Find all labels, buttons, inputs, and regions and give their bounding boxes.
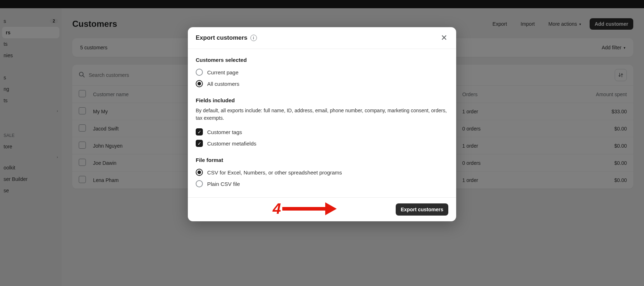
- info-icon[interactable]: i: [250, 35, 257, 41]
- close-icon[interactable]: ✕: [440, 34, 448, 42]
- radio-csv-excel[interactable]: CSV for Excel, Numbers, or other spreads…: [196, 167, 448, 178]
- export-customers-modal: Export customers i ✕ Customers selected …: [188, 27, 456, 221]
- export-customers-confirm-button[interactable]: Export customers: [396, 203, 448, 216]
- checkbox-customer-tags[interactable]: ✓ Customer tags: [196, 126, 448, 138]
- checkbox-label: Customer tags: [207, 129, 242, 135]
- fields-description: By default, all exports include: full na…: [196, 107, 448, 122]
- modal-title: Export customers: [196, 34, 248, 41]
- checkbox-icon: ✓: [196, 128, 203, 135]
- checkbox-customer-metafields[interactable]: ✓ Customer metafields: [196, 138, 448, 149]
- radio-plain-csv[interactable]: Plain CSV file: [196, 178, 448, 189]
- section-label-format: File format: [196, 157, 448, 163]
- radio-icon: [196, 180, 203, 187]
- radio-icon: [196, 80, 203, 87]
- modal-overlay[interactable]: Export customers i ✕ Customers selected …: [0, 0, 644, 286]
- radio-icon: [196, 69, 203, 76]
- radio-current-page[interactable]: Current page: [196, 66, 448, 78]
- section-label-fields: Fields included: [196, 97, 448, 103]
- radio-icon: [196, 169, 203, 176]
- checkbox-label: Customer metafields: [207, 140, 257, 147]
- section-label-selection: Customers selected: [196, 57, 448, 63]
- radio-label: CSV for Excel, Numbers, or other spreads…: [207, 169, 342, 176]
- radio-label: All customers: [207, 81, 239, 87]
- radio-label: Current page: [207, 69, 239, 75]
- radio-label: Plain CSV file: [207, 181, 240, 187]
- checkbox-icon: ✓: [196, 140, 203, 147]
- radio-all-customers[interactable]: All customers: [196, 78, 448, 89]
